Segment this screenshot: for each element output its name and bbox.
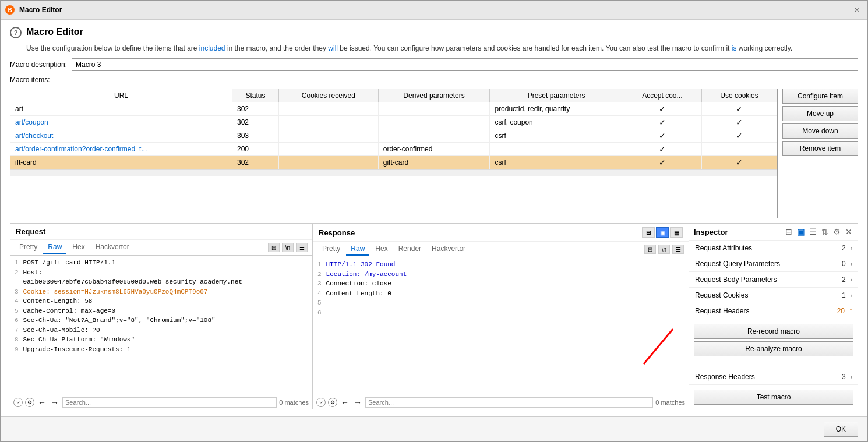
request-nav-forward[interactable]: →	[50, 398, 60, 407]
inspector-row-count: 3	[842, 373, 846, 381]
tab-response-pretty[interactable]: Pretty	[317, 243, 345, 256]
main-area: URL Status Cookies received Derived para…	[10, 89, 858, 218]
tab-request-pretty[interactable]: Pretty	[15, 241, 42, 254]
configure-item-button[interactable]: Configure item	[782, 89, 858, 104]
request-panel-header: Request	[10, 224, 312, 240]
macro-description-input[interactable]	[72, 58, 858, 71]
title-bar-text: Macro Editor	[19, 6, 846, 14]
inspector-row-request-attributes[interactable]: Request Attributes 2 ›	[689, 241, 858, 256]
response-tab-icons: ⊟ \n ☰	[644, 245, 684, 254]
inspector-row-count: 20	[837, 307, 845, 315]
response-search-input[interactable]	[365, 397, 653, 408]
cell-preset-params	[490, 143, 623, 156]
move-down-button[interactable]: Move down	[782, 123, 858, 139]
inspector-row-label: Request Headers	[695, 307, 837, 315]
dialog-title: Macro Editor	[26, 27, 83, 37]
tab-request-raw[interactable]: Raw	[43, 241, 66, 254]
col-preset-params: Preset parameters	[490, 89, 623, 102]
inspector-action-buttons: Re-record macro Re-analyze macro	[689, 319, 858, 361]
request-panel-footer: ? ⚙ ← → 0 matches	[10, 395, 312, 409]
cell-accept-cookies: ✓	[623, 156, 701, 169]
resp-icon-full[interactable]: ▣	[656, 227, 669, 238]
response-panel-content: 1HTTP/1.1 302 Found 2Location: /my-accou…	[313, 257, 689, 395]
request-copy-icon[interactable]: ⊟	[268, 243, 280, 252]
response-menu-icon[interactable]: ☰	[672, 245, 684, 254]
resp-icon-split[interactable]: ⊟	[642, 227, 655, 238]
inspector-row-label: Request Body Parameters	[695, 275, 842, 284]
inspector-icon-sort[interactable]: ⇅	[820, 227, 830, 236]
response-wrap-icon[interactable]: \n	[658, 245, 670, 254]
inspector-row-cookies[interactable]: Request Cookies 1 ›	[689, 288, 858, 303]
inspector-icon-list[interactable]: ☰	[808, 227, 818, 236]
inspector-row-count: 1	[842, 291, 846, 299]
description-text: Use the configuration below to define th…	[10, 43, 858, 54]
app-icon: B	[5, 5, 15, 15]
tab-request-hackvertor[interactable]: Hackvertor	[91, 241, 134, 254]
chevron-icon: ›	[851, 277, 852, 283]
resp-icon-alt[interactable]: ▤	[670, 227, 683, 238]
request-help-icon[interactable]: ?	[13, 398, 23, 407]
cell-url: art/coupon	[10, 116, 232, 129]
response-nav-back[interactable]: ←	[340, 398, 350, 407]
request-wrap-icon[interactable]: \n	[282, 243, 294, 252]
table-row[interactable]: art/order-confirmation?order-confirmed=t…	[10, 143, 777, 156]
tab-response-render[interactable]: Render	[394, 243, 426, 256]
test-macro-button[interactable]: Test macro	[694, 390, 853, 405]
inspector-icon-panel[interactable]: ▣	[796, 227, 806, 236]
request-menu-icon[interactable]: ☰	[296, 243, 308, 252]
request-matches: 0 matches	[279, 399, 309, 406]
response-help-icon[interactable]: ?	[316, 398, 326, 407]
inspector-icon-grid[interactable]: ⊟	[784, 227, 793, 236]
response-nav-forward[interactable]: →	[352, 398, 363, 407]
request-nav-back[interactable]: ←	[37, 398, 47, 407]
right-action-buttons: Configure item Move up Move down Remove …	[782, 89, 858, 218]
re-analyze-macro-button[interactable]: Re-analyze macro	[694, 341, 853, 356]
inspector-test-buttons: Test macro	[689, 385, 858, 409]
tab-response-hex[interactable]: Hex	[371, 243, 392, 256]
cell-derived-params: order-confirmed	[378, 143, 490, 156]
tab-response-raw[interactable]: Raw	[346, 243, 369, 256]
inspector-row-count: 2	[842, 275, 846, 284]
macro-items-table-wrapper[interactable]: URL Status Cookies received Derived para…	[10, 89, 778, 218]
inspector-row-headers[interactable]: Request Headers 20 ˅	[689, 303, 858, 319]
tab-request-hex[interactable]: Hex	[68, 241, 89, 254]
chevron-icon: ›	[851, 261, 852, 267]
inspector-row-count: 2	[842, 244, 846, 252]
col-url: URL	[10, 89, 232, 102]
response-copy-icon[interactable]: ⊟	[644, 245, 656, 254]
request-search-input[interactable]	[62, 397, 277, 408]
cell-cookies-received	[278, 129, 378, 143]
help-icon[interactable]: ?	[10, 27, 22, 38]
inspector-icon-settings[interactable]: ⚙	[832, 227, 842, 236]
table-scrollbar[interactable]	[10, 169, 777, 176]
inspector-row-query-params[interactable]: Request Query Parameters 0 ›	[689, 256, 858, 272]
table-row[interactable]: art/coupon 302 csrf, coupon ✓ ✓	[10, 116, 777, 129]
ok-button[interactable]: OK	[824, 422, 858, 437]
request-settings-icon[interactable]: ⚙	[25, 398, 34, 407]
remove-item-button[interactable]: Remove item	[782, 141, 858, 156]
move-up-button[interactable]: Move up	[782, 106, 858, 121]
inspector-row-body-params[interactable]: Request Body Parameters 2 ›	[689, 272, 858, 288]
cell-derived-params	[378, 102, 490, 116]
table-row-selected[interactable]: ift-card 302 gift-card csrf ✓ ✓	[10, 156, 777, 169]
request-tab-icons: ⊟ \n ☰	[268, 243, 308, 252]
chevron-icon: ›	[851, 374, 852, 380]
re-record-macro-button[interactable]: Re-record macro	[694, 324, 853, 339]
inspector-close-icon[interactable]: ✕	[844, 227, 853, 236]
cell-status: 302	[232, 102, 279, 116]
tab-response-hackvertor[interactable]: Hackvertor	[427, 243, 470, 256]
chevron-down-icon: ˅	[849, 308, 852, 314]
cell-preset-params: csrf	[490, 129, 623, 143]
cell-preset-params: csrf	[490, 156, 623, 169]
close-button[interactable]: ×	[851, 4, 863, 16]
table-row[interactable]: art 302 productId, redir, quantity ✓ ✓	[10, 102, 777, 116]
inspector-row-response-headers[interactable]: Response Headers 3 ›	[689, 369, 858, 385]
macro-description-row: Macro description:	[10, 58, 858, 71]
inspector-title: Inspector	[694, 228, 782, 236]
response-settings-icon[interactable]: ⚙	[328, 398, 337, 407]
table-section: URL Status Cookies received Derived para…	[10, 89, 778, 218]
dialog-footer: OK	[1, 416, 867, 441]
col-use-cookies: Use cookies	[701, 89, 777, 102]
table-row[interactable]: art/checkout 303 csrf ✓ ✓	[10, 129, 777, 143]
inspector-row-count: 0	[842, 260, 846, 268]
